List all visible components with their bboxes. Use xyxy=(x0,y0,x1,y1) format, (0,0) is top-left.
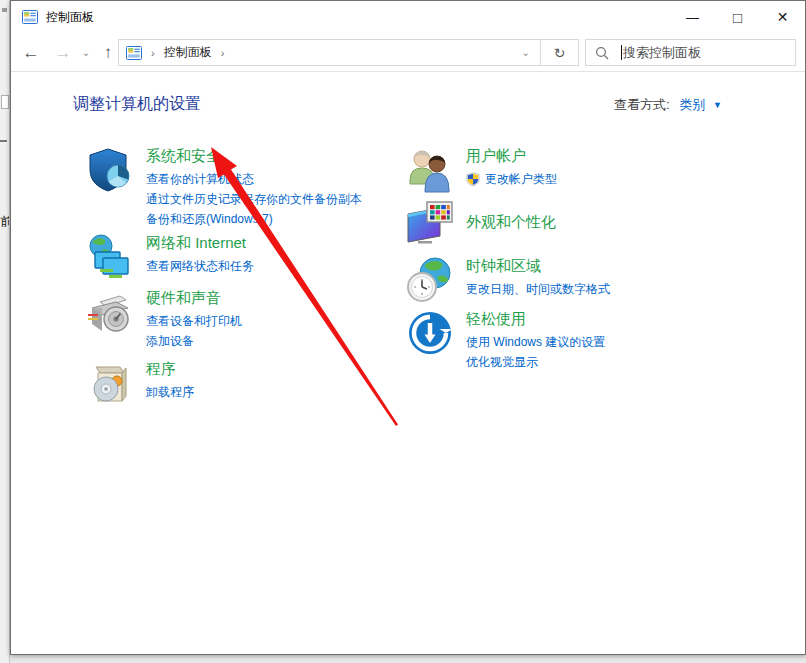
link-uninstall-program[interactable]: 卸载程序 xyxy=(146,382,194,402)
category-title-clock-region[interactable]: 时钟和区域 xyxy=(466,256,610,276)
uac-shield-icon xyxy=(466,172,480,186)
recent-pages-dropdown[interactable]: ⌄ xyxy=(77,33,95,72)
minimize-button[interactable]: — xyxy=(670,1,715,33)
category-appearance-personalization: 外观和个性化 xyxy=(406,198,556,246)
category-title-user-accounts[interactable]: 用户帐户 xyxy=(466,146,557,166)
category-user-accounts: 用户帐户 更改帐户类型 xyxy=(406,146,557,194)
view-by-label: 查看方式: xyxy=(614,97,670,112)
programs-icon[interactable] xyxy=(86,359,134,407)
back-button[interactable]: ← xyxy=(17,33,45,72)
view-by-control: 查看方式: 类别 ▼ xyxy=(614,96,722,114)
background-fragment xyxy=(2,8,7,12)
category-title-appearance-personalization[interactable]: 外观和个性化 xyxy=(466,212,556,232)
breadcrumb-control-panel[interactable]: 控制面板 xyxy=(164,44,212,61)
category-clock-region: 时钟和区域 更改日期、时间或数字格式 xyxy=(406,256,610,304)
view-by-value[interactable]: 类别 xyxy=(679,97,705,112)
forward-button: → xyxy=(49,33,77,72)
link-view-computer-status[interactable]: 查看你的计算机状态 xyxy=(146,169,362,189)
text-cursor xyxy=(621,45,622,60)
breadcrumb-separator[interactable]: › xyxy=(221,47,225,59)
address-dropdown-icon[interactable]: ⌄ xyxy=(522,47,530,58)
control-panel-icon xyxy=(126,45,142,61)
hardware-sound-icon[interactable] xyxy=(86,288,134,336)
refresh-button[interactable]: ↻ xyxy=(541,39,579,66)
title-bar: 控制面板 — □ ✕ xyxy=(11,1,805,33)
link-add-device[interactable]: 添加设备 xyxy=(146,331,242,351)
link-change-date-time-format[interactable]: 更改日期、时间或数字格式 xyxy=(466,279,610,299)
link-optimize-visual-display[interactable]: 优化视觉显示 xyxy=(466,352,605,372)
category-system-security: 系统和安全 查看你的计算机状态 通过文件历史记录保存你的文件备份副本 备份和还原… xyxy=(86,146,362,229)
breadcrumb-separator[interactable]: › xyxy=(151,47,155,59)
link-change-account-type[interactable]: 更改帐户类型 xyxy=(485,169,557,189)
address-bar[interactable]: › 控制面板 › ⌄ xyxy=(118,39,541,66)
background-fragment xyxy=(0,140,7,142)
control-panel-icon xyxy=(22,9,38,25)
link-file-history-backup[interactable]: 通过文件历史记录保存你的文件备份副本 xyxy=(146,189,362,209)
category-title-network-internet[interactable]: 网络和 Internet xyxy=(146,233,254,253)
category-title-system-security[interactable]: 系统和安全 xyxy=(146,146,362,166)
link-windows-suggested-settings[interactable]: 使用 Windows 建议的设置 xyxy=(466,332,605,352)
search-placeholder: 搜索控制面板 xyxy=(623,44,701,62)
background-fragment: 前 xyxy=(0,213,9,229)
link-backup-restore-win7[interactable]: 备份和还原(Windows 7) xyxy=(146,209,362,229)
background-fragment xyxy=(1,95,9,109)
navigation-toolbar: ← → ⌄ ↑ › 控制面板 › ⌄ ↻ 搜索控制面板 xyxy=(11,33,805,72)
search-box[interactable]: 搜索控制面板 xyxy=(585,39,796,66)
search-icon xyxy=(595,46,609,60)
control-panel-window: 控制面板 — □ ✕ ← → ⌄ ↑ › 控制面板 › ⌄ ↻ xyxy=(10,0,806,655)
category-programs: 程序 卸载程序 xyxy=(86,359,194,407)
close-button[interactable]: ✕ xyxy=(760,1,805,33)
category-title-hardware-sound[interactable]: 硬件和声音 xyxy=(146,288,242,308)
background-window-edge: 前 xyxy=(0,0,10,663)
network-internet-icon[interactable] xyxy=(86,233,134,281)
window-title: 控制面板 xyxy=(46,9,94,26)
category-ease-of-access: 轻松使用 使用 Windows 建议的设置 优化视觉显示 xyxy=(406,309,605,372)
link-view-devices-printers[interactable]: 查看设备和打印机 xyxy=(146,311,242,331)
page-title: 调整计算机的设置 xyxy=(73,94,201,115)
category-hardware-sound: 硬件和声音 查看设备和打印机 添加设备 xyxy=(86,288,242,351)
user-accounts-icon[interactable] xyxy=(406,146,454,194)
chevron-down-icon[interactable]: ▼ xyxy=(713,100,722,110)
category-title-ease-of-access[interactable]: 轻松使用 xyxy=(466,309,605,329)
category-title-programs[interactable]: 程序 xyxy=(146,359,194,379)
ease-of-access-icon[interactable] xyxy=(406,309,454,357)
system-security-icon[interactable] xyxy=(86,146,134,194)
appearance-personalization-icon[interactable] xyxy=(406,198,454,246)
category-network-internet: 网络和 Internet 查看网络状态和任务 xyxy=(86,233,254,281)
clock-region-icon[interactable] xyxy=(406,256,454,304)
maximize-button[interactable]: □ xyxy=(715,1,760,33)
link-view-network-status[interactable]: 查看网络状态和任务 xyxy=(146,256,254,276)
